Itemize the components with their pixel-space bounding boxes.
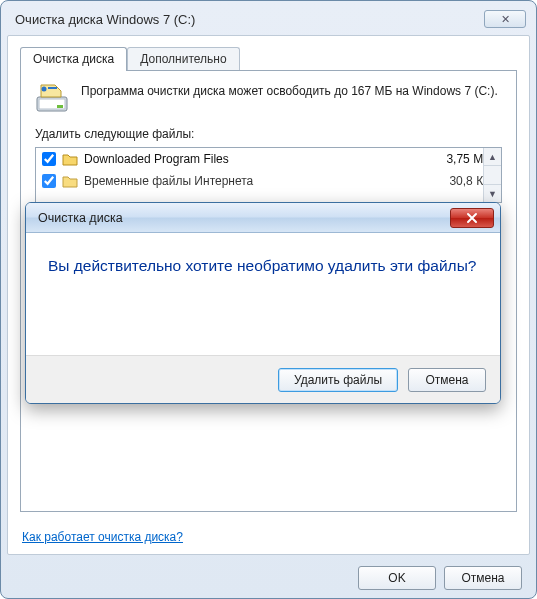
scroll-up-button[interactable]: ▲: [484, 148, 501, 166]
svg-point-3: [42, 87, 47, 92]
list-item-name: Временные файлы Интернета: [84, 174, 425, 188]
confirm-dialog: Очистка диска Вы действительно хотите не…: [25, 202, 501, 404]
window-title: Очистка диска Windows 7 (C:): [15, 12, 195, 27]
scrollbar[interactable]: ▲ ▼: [483, 148, 501, 202]
disk-cleanup-window: Очистка диска Windows 7 (C:) ✕ Очистка д…: [0, 0, 537, 599]
confirm-footer: Удалить файлы Отмена: [26, 355, 500, 403]
list-checkbox[interactable]: [42, 174, 56, 188]
confirm-message: Вы действительно хотите необратимо удали…: [48, 255, 478, 277]
ok-button[interactable]: OK: [358, 566, 436, 590]
drive-icon: [35, 83, 69, 115]
help-link[interactable]: Как работает очистка диска?: [22, 530, 183, 544]
delete-files-button[interactable]: Удалить файлы: [278, 368, 398, 392]
scroll-down-button[interactable]: ▼: [484, 184, 501, 202]
summary-row: Программа очистки диска может освободить…: [35, 83, 502, 115]
list-item[interactable]: Downloaded Program Files 3,75 МБ: [36, 148, 501, 170]
confirm-close-button[interactable]: [450, 208, 494, 228]
tab-disk-cleanup[interactable]: Очистка диска: [20, 47, 127, 71]
list-item-name: Downloaded Program Files: [84, 152, 425, 166]
close-icon: [465, 212, 479, 224]
window-close-button[interactable]: ✕: [484, 10, 526, 28]
confirm-cancel-button[interactable]: Отмена: [408, 368, 486, 392]
folder-icon: [62, 174, 78, 188]
summary-text: Программа очистки диска может освободить…: [81, 83, 498, 99]
confirm-title: Очистка диска: [38, 211, 123, 225]
folder-icon: [62, 152, 78, 166]
titlebar: Очистка диска Windows 7 (C:) ✕: [7, 7, 530, 35]
list-label: Удалить следующие файлы:: [35, 127, 502, 141]
file-list: Downloaded Program Files 3,75 МБ Временн…: [35, 147, 502, 203]
tab-strip: Очистка диска Дополнительно: [20, 47, 517, 71]
confirm-body: Вы действительно хотите необратимо удали…: [26, 233, 500, 355]
close-icon: ✕: [501, 13, 510, 26]
tab-more-options[interactable]: Дополнительно: [127, 47, 239, 71]
dialog-buttons: OK Отмена: [358, 566, 522, 590]
cancel-button[interactable]: Отмена: [444, 566, 522, 590]
svg-rect-2: [57, 105, 63, 108]
list-item[interactable]: Временные файлы Интернета 30,8 КБ: [36, 170, 501, 192]
confirm-titlebar: Очистка диска: [26, 203, 500, 233]
svg-rect-4: [48, 87, 57, 89]
list-checkbox[interactable]: [42, 152, 56, 166]
